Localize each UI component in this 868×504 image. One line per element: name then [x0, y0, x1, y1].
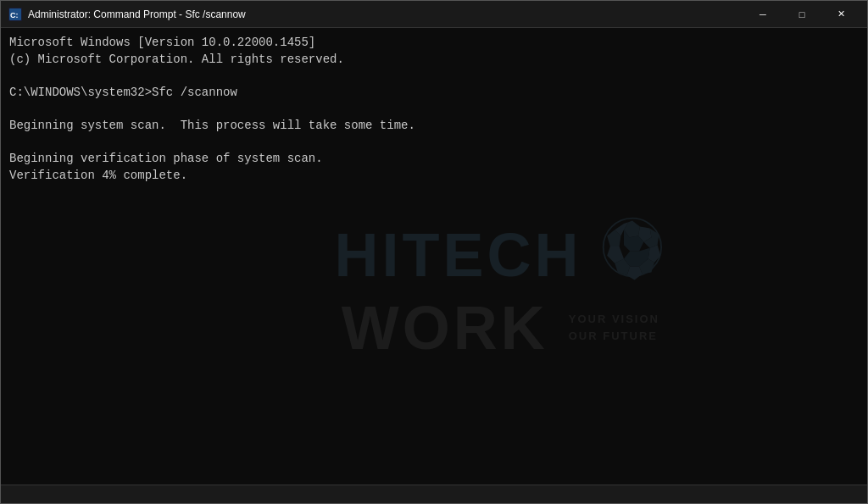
svg-marker-15 [624, 247, 650, 266]
window-controls: ─ □ ✕ [743, 1, 860, 28]
watermark-globe [590, 213, 666, 289]
window-title: Administrator: Command Prompt - Sfc /sca… [28, 8, 743, 20]
svg-marker-11 [607, 246, 624, 263]
watermark-bottom-row: WORK YOUR VISION OUR FUTURE [342, 297, 659, 358]
watermark-tagline: YOUR VISION OUR FUTURE [569, 311, 659, 344]
cmd-icon: C: [8, 7, 23, 22]
watermark-hitech: HITECH [334, 224, 581, 285]
close-button[interactable]: ✕ [821, 1, 860, 28]
cmd-window: C: Administrator: Command Prompt - Sfc /… [0, 0, 868, 504]
watermark-tagline-line2: OUR FUTURE [569, 328, 659, 345]
minimize-button[interactable]: ─ [743, 1, 782, 28]
svg-marker-12 [607, 230, 620, 246]
watermark-top-row: HITECH [334, 213, 666, 297]
console-output: Microsoft Windows [Version 10.0.22000.14… [9, 35, 859, 184]
svg-marker-7 [648, 245, 660, 263]
bottom-bar [1, 485, 867, 503]
svg-marker-14 [624, 230, 643, 251]
watermark-tagline-line1: YOUR VISION [569, 311, 659, 328]
maximize-button[interactable]: □ [782, 1, 821, 28]
svg-marker-8 [639, 258, 654, 274]
console-area: Microsoft Windows [Version 10.0.22000.14… [1, 28, 867, 485]
svg-marker-9 [627, 266, 643, 280]
svg-marker-4 [624, 220, 640, 237]
svg-marker-5 [638, 226, 651, 241]
svg-marker-13 [615, 222, 628, 235]
watermark: HITECH [334, 213, 666, 358]
svg-marker-6 [643, 228, 659, 247]
svg-text:C:: C: [10, 11, 19, 19]
svg-marker-10 [615, 258, 630, 275]
svg-point-3 [604, 218, 661, 275]
title-bar: C: Administrator: Command Prompt - Sfc /… [1, 1, 867, 28]
watermark-work: WORK [342, 297, 548, 358]
